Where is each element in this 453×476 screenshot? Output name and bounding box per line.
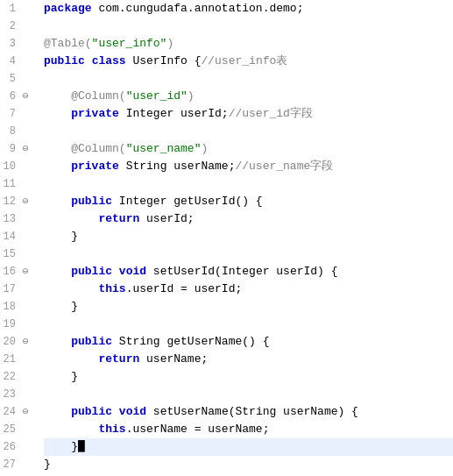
code-content[interactable]: package com.cungudafa.annotation.demo; @…: [32, 0, 453, 476]
line-number: 17: [0, 281, 16, 298]
code-line: }: [44, 228, 453, 245]
token-plain: userId;: [139, 212, 194, 225]
token-plain: [112, 265, 119, 278]
token-plain: [44, 405, 71, 418]
fold-marker: [19, 298, 32, 316]
fold-marker: [19, 53, 32, 70]
code-line: public class UserInfo {//user_info表: [44, 53, 453, 70]
line-number: 22: [0, 368, 16, 386]
fold-marker[interactable]: ⊖: [19, 333, 32, 351]
line-number: 7: [0, 105, 16, 123]
token-ann: @Column(: [71, 142, 125, 155]
token-comment: //user_id字段: [229, 107, 313, 120]
line-number: 3: [0, 35, 16, 53]
token-plain: setUserId(Integer userId) {: [146, 265, 337, 278]
token-kw: public: [71, 195, 112, 208]
fold-marker[interactable]: ⊖: [19, 403, 32, 421]
fold-marker: [19, 316, 32, 333]
token-kw: return: [98, 352, 139, 366]
line-number: 12: [0, 193, 16, 210]
code-line: @Column("user_name"): [44, 140, 453, 158]
line-number: 10: [0, 158, 16, 175]
token-plain: [44, 89, 71, 103]
fold-marker: [19, 351, 32, 368]
token-plain: }: [44, 458, 51, 471]
token-kw: public: [71, 405, 112, 418]
fold-marker[interactable]: ⊖: [19, 263, 32, 281]
token-plain: }: [44, 370, 78, 383]
line-number: 20: [0, 333, 16, 351]
token-ann: ): [188, 89, 195, 103]
code-line: this.userId = userId;: [44, 281, 453, 298]
token-plain: userName;: [139, 352, 208, 366]
token-plain: [44, 160, 71, 173]
code-line: [44, 18, 453, 35]
token-plain: [44, 142, 71, 155]
code-line: private String userName;//user_name字段: [44, 158, 453, 175]
token-ann: ): [201, 142, 208, 155]
token-ann: ): [166, 37, 173, 50]
code-line: [44, 386, 453, 403]
token-kw: package: [44, 2, 92, 15]
code-line: [44, 245, 453, 263]
line-numbers-column: 1234567891011121314151617181920212223242…: [0, 0, 19, 476]
token-plain: █: [78, 440, 85, 453]
code-line: return userName;: [44, 351, 453, 368]
line-number: 19: [0, 316, 16, 333]
token-plain: [44, 282, 98, 295]
line-number: 14: [0, 228, 16, 245]
token-plain: .userId = userId;: [126, 282, 243, 295]
token-plain: [44, 335, 71, 348]
token-plain: }: [44, 440, 78, 453]
line-number: 16: [0, 263, 16, 281]
line-number: 23: [0, 386, 16, 403]
code-line: private Integer userId;//user_id字段: [44, 105, 453, 123]
token-kw: this: [98, 423, 125, 436]
token-kw: private: [71, 160, 119, 173]
code-line: [44, 316, 453, 333]
fold-marker[interactable]: ⊖: [19, 88, 32, 105]
line-number: 4: [0, 53, 16, 70]
token-plain: Integer getUserId() {: [112, 195, 263, 208]
token-kw: private: [71, 107, 119, 120]
fold-marker[interactable]: ⊖: [19, 193, 32, 210]
fold-marker: [19, 368, 32, 386]
code-line: [44, 70, 453, 88]
fold-marker: [19, 210, 32, 228]
token-plain: [44, 107, 71, 120]
fold-marker: [19, 35, 32, 53]
token-plain: [44, 195, 71, 208]
fold-marker: [19, 70, 32, 88]
code-line: public void setUserId(Integer userId) {: [44, 263, 453, 281]
line-number: 18: [0, 298, 16, 316]
code-line: @Table("user_info"): [44, 35, 453, 53]
line-number: 11: [0, 175, 16, 193]
line-number: 24: [0, 403, 16, 421]
token-plain: [44, 265, 71, 278]
code-line: public String getUserName() {: [44, 333, 453, 351]
code-line: [44, 175, 453, 193]
token-str: "user_info": [92, 37, 167, 50]
token-plain: [44, 352, 98, 366]
fold-marker: [19, 123, 32, 140]
line-number: 13: [0, 210, 16, 228]
token-kw: void: [119, 265, 146, 278]
token-plain: String userName;: [119, 160, 236, 173]
token-ann: @Column(: [71, 89, 125, 103]
token-plain: com.cungudafa.annotation.demo;: [92, 2, 304, 15]
line-number: 1: [0, 0, 16, 18]
token-ann: @Table(: [44, 37, 92, 50]
token-plain: .userName = userName;: [126, 423, 270, 436]
fold-marker: [19, 228, 32, 245]
token-comment: //user_name字段: [235, 160, 333, 173]
token-kw: return: [98, 212, 139, 225]
line-number: 6: [0, 88, 16, 105]
fold-marker[interactable]: ⊖: [19, 140, 32, 158]
line-number: 8: [0, 123, 16, 140]
fold-marker: [19, 438, 32, 456]
line-number: 5: [0, 70, 16, 88]
token-plain: UserInfo {: [126, 54, 202, 67]
token-kw: public: [71, 335, 112, 348]
code-line: [44, 123, 453, 140]
fold-marker: [19, 0, 32, 18]
